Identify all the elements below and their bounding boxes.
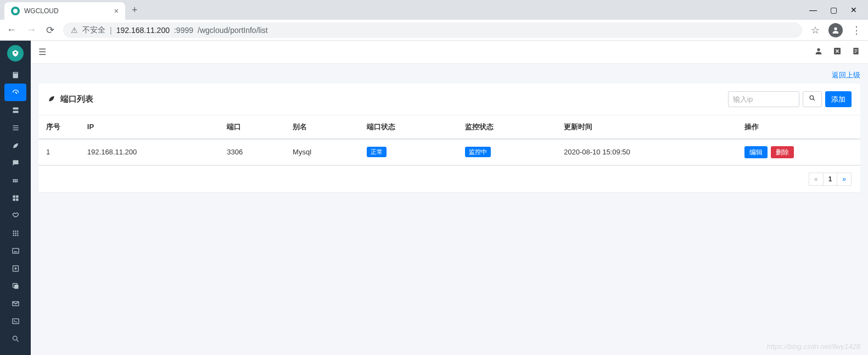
svg-point-8	[15, 230, 16, 232]
insecure-label: 不安全	[82, 25, 105, 35]
cell-seq: 1	[38, 139, 80, 165]
svg-point-14	[15, 235, 16, 236]
page-prev[interactable]: «	[809, 173, 824, 186]
logo-icon[interactable]	[7, 45, 24, 62]
cell-actions: 编辑 删除	[737, 139, 860, 165]
sidebar-item-grid[interactable]	[4, 189, 26, 207]
sidebar-item-terminal[interactable]	[4, 312, 26, 330]
svg-point-26	[810, 96, 814, 99]
svg-point-12	[17, 232, 19, 234]
search-button[interactable]	[803, 91, 822, 107]
sidebar-item-docker[interactable]	[4, 171, 26, 189]
port-status-badge: 正常	[367, 147, 387, 157]
svg-point-13	[13, 235, 14, 236]
user-icon[interactable]	[814, 47, 823, 57]
url-path: /wgcloud/portInfo/list	[198, 26, 268, 35]
tab-title: WGCLOUD	[24, 7, 110, 15]
sidebar-item-image[interactable]	[4, 242, 26, 259]
topbar: ☰	[31, 41, 868, 64]
svg-rect-18	[14, 285, 19, 289]
svg-rect-1	[13, 107, 18, 109]
sidebar-item-copy[interactable]	[4, 277, 26, 295]
card-footer: « 1 »	[38, 165, 860, 192]
card-header: 端口列表 添加	[38, 84, 860, 115]
svg-point-22	[13, 336, 17, 340]
back-link[interactable]: 返回上级	[832, 71, 860, 79]
forward-icon[interactable]: →	[26, 24, 36, 36]
svg-rect-21	[12, 319, 18, 324]
cell-port-status: 正常	[359, 139, 458, 165]
svg-rect-5	[13, 198, 15, 201]
page-current[interactable]: 1	[823, 173, 838, 186]
th-alias: 别名	[285, 115, 359, 139]
sidebar-item-link[interactable]	[4, 207, 26, 224]
sidebar-item-leaf[interactable]	[4, 136, 26, 154]
minimize-icon[interactable]: —	[809, 5, 817, 14]
th-port: 端口	[219, 115, 285, 139]
leaf-icon	[47, 94, 56, 104]
svg-rect-2	[13, 110, 18, 113]
svg-point-23	[817, 48, 820, 51]
page-next[interactable]: »	[837, 173, 852, 186]
cell-alias: Mysql	[285, 139, 359, 165]
card: 端口列表 添加 序号 IP 端口 别名	[38, 84, 860, 192]
svg-point-0	[834, 27, 837, 30]
close-square-icon[interactable]	[833, 47, 842, 57]
nav-icons: ← → ⟳	[7, 24, 54, 36]
address-bar: ← → ⟳ ⚠ 不安全 | 192.168.11.200:9999/wgclou…	[0, 20, 868, 41]
sidebar	[0, 41, 31, 355]
th-monitor-status: 监控状态	[457, 115, 556, 139]
th-seq: 序号	[38, 115, 80, 139]
svg-point-9	[17, 230, 19, 232]
browser-chrome: WGCLOUD × + — ▢ ✕ ← → ⟳ ⚠ 不安全 | 192.168.…	[0, 0, 868, 41]
delete-button[interactable]: 删除	[771, 146, 794, 158]
maximize-icon[interactable]: ▢	[830, 5, 837, 14]
sidebar-item-add[interactable]	[4, 259, 26, 277]
svg-rect-4	[16, 195, 18, 197]
svg-point-10	[13, 232, 14, 234]
menu-dots-icon[interactable]: ⋮	[852, 24, 861, 36]
sidebar-item-chat[interactable]	[4, 154, 26, 171]
sidebar-item-server[interactable]	[4, 101, 26, 119]
svg-rect-3	[13, 195, 15, 197]
svg-point-7	[13, 230, 14, 232]
close-window-icon[interactable]: ✕	[850, 5, 857, 14]
table-header-row: 序号 IP 端口 别名 端口状态 监控状态 更新时间 操作	[38, 115, 860, 139]
app: ☰ 返回上级 端口列表	[0, 41, 868, 355]
addr-right: ☆ ⋮	[811, 23, 861, 37]
sidebar-item-process[interactable]	[4, 119, 26, 136]
add-button[interactable]: 添加	[825, 91, 852, 107]
window-controls: — ▢ ✕	[809, 5, 868, 14]
sidebar-item-apps[interactable]	[4, 224, 26, 242]
back-icon[interactable]: ←	[7, 24, 16, 36]
tab-close-icon[interactable]: ×	[114, 7, 119, 15]
url-host: 192.168.11.200	[116, 26, 170, 35]
browser-tab-bar: WGCLOUD × + — ▢ ✕	[0, 0, 868, 20]
svg-rect-16	[12, 248, 18, 253]
svg-point-15	[17, 235, 19, 236]
card-tools: 添加	[728, 91, 852, 107]
url-box[interactable]: ⚠ 不安全 | 192.168.11.200:9999/wgcloud/port…	[63, 23, 802, 38]
back-link-row: 返回上级	[38, 70, 860, 80]
hamburger-icon[interactable]: ☰	[38, 47, 46, 57]
cell-port: 3306	[219, 139, 285, 165]
cell-monitor-status: 监控中	[457, 139, 556, 165]
page-title: 端口列表	[60, 94, 93, 104]
data-table: 序号 IP 端口 别名 端口状态 监控状态 更新时间 操作 1	[38, 115, 860, 165]
sidebar-item-search[interactable]	[4, 330, 26, 347]
search-input[interactable]	[728, 91, 799, 107]
browser-tab[interactable]: WGCLOUD ×	[4, 2, 125, 20]
edit-button[interactable]: 编辑	[744, 146, 768, 158]
insecure-icon: ⚠	[71, 26, 78, 35]
url-port: :9999	[174, 26, 193, 35]
sidebar-item-dashboard[interactable]	[4, 84, 26, 101]
reload-icon[interactable]: ⟳	[46, 24, 54, 36]
th-ip: IP	[80, 115, 219, 139]
doc-icon[interactable]	[852, 47, 860, 57]
bookmark-icon[interactable]: ☆	[811, 24, 820, 36]
content: 返回上级 端口列表 添加	[31, 64, 868, 199]
sidebar-item-book[interactable]	[4, 66, 26, 84]
profile-icon[interactable]	[828, 23, 843, 37]
sidebar-item-mail[interactable]	[4, 295, 26, 312]
new-tab-button[interactable]: +	[125, 4, 144, 16]
